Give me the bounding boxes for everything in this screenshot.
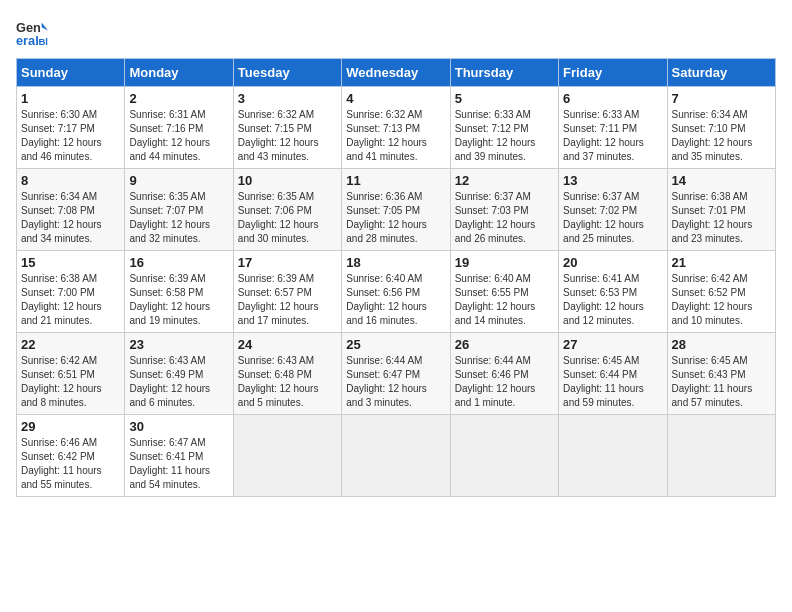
calendar-day-cell: 27Sunrise: 6:45 AMSunset: 6:44 PMDayligh… bbox=[559, 333, 667, 415]
day-of-week-header: Saturday bbox=[667, 59, 775, 87]
calendar-day-cell: 12Sunrise: 6:37 AMSunset: 7:03 PMDayligh… bbox=[450, 169, 558, 251]
calendar-day-cell: 29Sunrise: 6:46 AMSunset: 6:42 PMDayligh… bbox=[17, 415, 125, 497]
day-number: 16 bbox=[129, 255, 228, 270]
day-of-week-header: Sunday bbox=[17, 59, 125, 87]
day-info: Sunrise: 6:36 AMSunset: 7:05 PMDaylight:… bbox=[346, 190, 445, 246]
day-info: Sunrise: 6:38 AMSunset: 7:00 PMDaylight:… bbox=[21, 272, 120, 328]
svg-text:eral: eral bbox=[16, 33, 39, 48]
day-of-week-header: Monday bbox=[125, 59, 233, 87]
calendar-day-cell: 22Sunrise: 6:42 AMSunset: 6:51 PMDayligh… bbox=[17, 333, 125, 415]
calendar-day-cell: 20Sunrise: 6:41 AMSunset: 6:53 PMDayligh… bbox=[559, 251, 667, 333]
calendar-day-cell: 10Sunrise: 6:35 AMSunset: 7:06 PMDayligh… bbox=[233, 169, 341, 251]
day-number: 21 bbox=[672, 255, 771, 270]
day-info: Sunrise: 6:42 AMSunset: 6:51 PMDaylight:… bbox=[21, 354, 120, 410]
calendar-day-cell: 17Sunrise: 6:39 AMSunset: 6:57 PMDayligh… bbox=[233, 251, 341, 333]
day-number: 17 bbox=[238, 255, 337, 270]
day-of-week-header: Thursday bbox=[450, 59, 558, 87]
calendar-day-cell bbox=[559, 415, 667, 497]
day-info: Sunrise: 6:38 AMSunset: 7:01 PMDaylight:… bbox=[672, 190, 771, 246]
day-number: 2 bbox=[129, 91, 228, 106]
day-number: 8 bbox=[21, 173, 120, 188]
day-info: Sunrise: 6:39 AMSunset: 6:58 PMDaylight:… bbox=[129, 272, 228, 328]
calendar-day-cell bbox=[667, 415, 775, 497]
day-number: 25 bbox=[346, 337, 445, 352]
day-of-week-header: Wednesday bbox=[342, 59, 450, 87]
calendar-week-row: 8Sunrise: 6:34 AMSunset: 7:08 PMDaylight… bbox=[17, 169, 776, 251]
calendar-day-cell: 19Sunrise: 6:40 AMSunset: 6:55 PMDayligh… bbox=[450, 251, 558, 333]
calendar-day-cell: 24Sunrise: 6:43 AMSunset: 6:48 PMDayligh… bbox=[233, 333, 341, 415]
calendar-week-row: 1Sunrise: 6:30 AMSunset: 7:17 PMDaylight… bbox=[17, 87, 776, 169]
day-number: 22 bbox=[21, 337, 120, 352]
day-number: 20 bbox=[563, 255, 662, 270]
day-number: 23 bbox=[129, 337, 228, 352]
day-number: 1 bbox=[21, 91, 120, 106]
day-number: 12 bbox=[455, 173, 554, 188]
calendar-day-cell: 5Sunrise: 6:33 AMSunset: 7:12 PMDaylight… bbox=[450, 87, 558, 169]
day-number: 19 bbox=[455, 255, 554, 270]
logo: Gen eral Blue bbox=[16, 16, 52, 48]
day-number: 13 bbox=[563, 173, 662, 188]
calendar-day-cell: 4Sunrise: 6:32 AMSunset: 7:13 PMDaylight… bbox=[342, 87, 450, 169]
calendar-day-cell: 3Sunrise: 6:32 AMSunset: 7:15 PMDaylight… bbox=[233, 87, 341, 169]
day-info: Sunrise: 6:30 AMSunset: 7:17 PMDaylight:… bbox=[21, 108, 120, 164]
calendar-day-cell: 8Sunrise: 6:34 AMSunset: 7:08 PMDaylight… bbox=[17, 169, 125, 251]
calendar-day-cell: 30Sunrise: 6:47 AMSunset: 6:41 PMDayligh… bbox=[125, 415, 233, 497]
day-number: 15 bbox=[21, 255, 120, 270]
calendar-day-cell: 7Sunrise: 6:34 AMSunset: 7:10 PMDaylight… bbox=[667, 87, 775, 169]
day-info: Sunrise: 6:45 AMSunset: 6:44 PMDaylight:… bbox=[563, 354, 662, 410]
calendar-table: SundayMondayTuesdayWednesdayThursdayFrid… bbox=[16, 58, 776, 497]
day-number: 28 bbox=[672, 337, 771, 352]
day-info: Sunrise: 6:31 AMSunset: 7:16 PMDaylight:… bbox=[129, 108, 228, 164]
day-number: 18 bbox=[346, 255, 445, 270]
day-number: 10 bbox=[238, 173, 337, 188]
calendar-day-cell bbox=[450, 415, 558, 497]
day-info: Sunrise: 6:44 AMSunset: 6:47 PMDaylight:… bbox=[346, 354, 445, 410]
day-number: 11 bbox=[346, 173, 445, 188]
day-number: 5 bbox=[455, 91, 554, 106]
day-info: Sunrise: 6:41 AMSunset: 6:53 PMDaylight:… bbox=[563, 272, 662, 328]
calendar-week-row: 29Sunrise: 6:46 AMSunset: 6:42 PMDayligh… bbox=[17, 415, 776, 497]
day-info: Sunrise: 6:34 AMSunset: 7:10 PMDaylight:… bbox=[672, 108, 771, 164]
day-info: Sunrise: 6:43 AMSunset: 6:49 PMDaylight:… bbox=[129, 354, 228, 410]
day-info: Sunrise: 6:32 AMSunset: 7:15 PMDaylight:… bbox=[238, 108, 337, 164]
calendar-day-cell: 21Sunrise: 6:42 AMSunset: 6:52 PMDayligh… bbox=[667, 251, 775, 333]
page-header: Gen eral Blue bbox=[16, 16, 776, 48]
calendar-day-cell bbox=[342, 415, 450, 497]
day-number: 30 bbox=[129, 419, 228, 434]
day-info: Sunrise: 6:33 AMSunset: 7:11 PMDaylight:… bbox=[563, 108, 662, 164]
calendar-day-cell: 26Sunrise: 6:44 AMSunset: 6:46 PMDayligh… bbox=[450, 333, 558, 415]
calendar-day-cell bbox=[233, 415, 341, 497]
calendar-day-cell: 23Sunrise: 6:43 AMSunset: 6:49 PMDayligh… bbox=[125, 333, 233, 415]
day-number: 4 bbox=[346, 91, 445, 106]
day-info: Sunrise: 6:35 AMSunset: 7:07 PMDaylight:… bbox=[129, 190, 228, 246]
calendar-header-row: SundayMondayTuesdayWednesdayThursdayFrid… bbox=[17, 59, 776, 87]
calendar-day-cell: 25Sunrise: 6:44 AMSunset: 6:47 PMDayligh… bbox=[342, 333, 450, 415]
day-number: 9 bbox=[129, 173, 228, 188]
day-info: Sunrise: 6:34 AMSunset: 7:08 PMDaylight:… bbox=[21, 190, 120, 246]
day-info: Sunrise: 6:44 AMSunset: 6:46 PMDaylight:… bbox=[455, 354, 554, 410]
day-info: Sunrise: 6:35 AMSunset: 7:06 PMDaylight:… bbox=[238, 190, 337, 246]
day-info: Sunrise: 6:37 AMSunset: 7:02 PMDaylight:… bbox=[563, 190, 662, 246]
day-info: Sunrise: 6:47 AMSunset: 6:41 PMDaylight:… bbox=[129, 436, 228, 492]
calendar-day-cell: 14Sunrise: 6:38 AMSunset: 7:01 PMDayligh… bbox=[667, 169, 775, 251]
day-number: 14 bbox=[672, 173, 771, 188]
day-info: Sunrise: 6:46 AMSunset: 6:42 PMDaylight:… bbox=[21, 436, 120, 492]
calendar-day-cell: 2Sunrise: 6:31 AMSunset: 7:16 PMDaylight… bbox=[125, 87, 233, 169]
day-of-week-header: Tuesday bbox=[233, 59, 341, 87]
day-number: 6 bbox=[563, 91, 662, 106]
calendar-day-cell: 28Sunrise: 6:45 AMSunset: 6:43 PMDayligh… bbox=[667, 333, 775, 415]
calendar-day-cell: 9Sunrise: 6:35 AMSunset: 7:07 PMDaylight… bbox=[125, 169, 233, 251]
calendar-week-row: 15Sunrise: 6:38 AMSunset: 7:00 PMDayligh… bbox=[17, 251, 776, 333]
day-of-week-header: Friday bbox=[559, 59, 667, 87]
calendar-day-cell: 1Sunrise: 6:30 AMSunset: 7:17 PMDaylight… bbox=[17, 87, 125, 169]
day-number: 29 bbox=[21, 419, 120, 434]
logo-icon: Gen eral Blue bbox=[16, 16, 48, 48]
day-info: Sunrise: 6:43 AMSunset: 6:48 PMDaylight:… bbox=[238, 354, 337, 410]
day-info: Sunrise: 6:39 AMSunset: 6:57 PMDaylight:… bbox=[238, 272, 337, 328]
calendar-day-cell: 13Sunrise: 6:37 AMSunset: 7:02 PMDayligh… bbox=[559, 169, 667, 251]
svg-text:Blue: Blue bbox=[38, 36, 48, 47]
calendar-week-row: 22Sunrise: 6:42 AMSunset: 6:51 PMDayligh… bbox=[17, 333, 776, 415]
calendar-day-cell: 16Sunrise: 6:39 AMSunset: 6:58 PMDayligh… bbox=[125, 251, 233, 333]
day-info: Sunrise: 6:42 AMSunset: 6:52 PMDaylight:… bbox=[672, 272, 771, 328]
day-number: 24 bbox=[238, 337, 337, 352]
